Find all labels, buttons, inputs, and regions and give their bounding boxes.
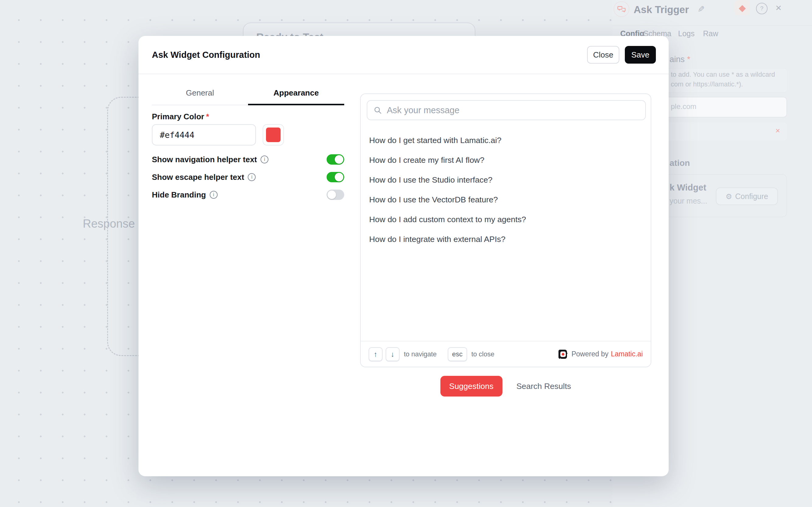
domain-input-placeholder-fragment: ple.com — [671, 102, 696, 111]
allowed-domains-label-fragment: ains* — [670, 55, 690, 64]
toggle-row-hide-branding: Hide Branding — [152, 189, 344, 201]
lamatic-brand-link[interactable]: Lamatic.ai — [611, 350, 643, 358]
suggestion-item[interactable]: How do I use the Studio interface? — [361, 170, 651, 190]
toggle-knob — [328, 190, 336, 199]
sidebar-tab-raw[interactable]: Raw — [703, 29, 718, 38]
primary-color-label: Primary Color* — [152, 112, 209, 121]
ask-widget-card-title-fragment: k Widget — [670, 183, 706, 192]
help-icon[interactable] — [756, 3, 767, 14]
gear-icon — [726, 192, 732, 201]
powered-by-label: Powered by — [572, 350, 608, 358]
sidebar-close-icon[interactable] — [775, 2, 781, 14]
preview-footer: to navigate esc to close Powered by Lama… — [361, 341, 651, 367]
toggle-label: Hide Branding — [152, 190, 206, 200]
customization-section-fragment: ation — [670, 158, 690, 168]
primary-color-input[interactable] — [152, 124, 256, 146]
sidebar-title: Ask Trigger — [634, 4, 689, 15]
suggestion-item[interactable]: How do I add custom context to my agents… — [361, 210, 651, 229]
response-node-label: Response — [83, 217, 135, 230]
chat-bubbles-icon — [617, 5, 626, 13]
ask-widget-configuration-modal: Ask Widget Configuration Close Save Gene… — [138, 36, 669, 476]
suggestions-tab-button[interactable]: Suggestions — [441, 376, 503, 397]
required-asterisk: * — [687, 55, 691, 64]
info-icon[interactable] — [260, 156, 269, 163]
navigation-helper-toggle[interactable] — [327, 154, 344, 165]
toggle-label: Show navigation helper text — [152, 155, 257, 164]
sidebar-divider — [612, 25, 812, 26]
remove-domain-icon[interactable] — [775, 126, 780, 135]
toggle-knob — [335, 155, 343, 164]
tab-appearance[interactable]: Appearance — [248, 86, 344, 105]
toggle-row-navigation-helper: Show navigation helper text — [152, 153, 344, 166]
ask-search-box[interactable] — [367, 100, 646, 120]
domains-help-text-line2: com or https://lamatic.*). — [671, 80, 743, 88]
esc-key[interactable]: esc — [448, 347, 467, 361]
color-picker-button[interactable] — [263, 124, 284, 146]
info-icon[interactable] — [248, 173, 256, 181]
required-asterisk: * — [206, 112, 209, 121]
widget-preview: How do I get started with Lamatic.ai? Ho… — [360, 94, 651, 367]
ask-widget-card-subtitle-fragment: your mes... — [670, 196, 707, 206]
domain-chip-row — [654, 122, 787, 140]
tab-general[interactable]: General — [152, 86, 248, 105]
arrow-down-key[interactable] — [386, 347, 400, 361]
configure-button-label: Configure — [735, 192, 768, 201]
modal-tabs: General Appearance — [152, 86, 344, 105]
suggestion-item[interactable]: How do I use the VectorDB feature? — [361, 190, 651, 210]
toggle-label: Show escape helper text — [152, 173, 244, 182]
save-button[interactable]: Save — [625, 46, 656, 64]
color-swatch — [266, 127, 281, 142]
search-icon — [373, 106, 382, 114]
sidebar-tab-logs[interactable]: Logs — [678, 29, 695, 38]
toggle-row-escape-helper: Show escape helper text — [152, 171, 344, 183]
node-color-badge — [735, 0, 750, 15]
hide-branding-toggle[interactable] — [327, 189, 344, 200]
navigate-hint: to navigate — [404, 350, 437, 358]
modal-title: Ask Widget Configuration — [152, 50, 260, 60]
escape-helper-toggle[interactable] — [327, 172, 344, 182]
modal-header: Ask Widget Configuration Close Save — [138, 36, 669, 74]
arrow-up-key[interactable] — [368, 347, 383, 361]
suggestion-list: How do I get started with Lamatic.ai? Ho… — [361, 130, 651, 249]
configure-button[interactable]: Configure — [716, 187, 778, 205]
preview-mode-tabs: Suggestions Search Results — [360, 376, 651, 397]
close-button[interactable]: Close — [587, 46, 619, 64]
ask-trigger-avatar — [614, 1, 629, 17]
search-results-tab[interactable]: Search Results — [517, 382, 571, 391]
ask-message-input[interactable] — [386, 105, 639, 116]
suggestion-item[interactable]: How do I get started with Lamatic.ai? — [361, 130, 651, 150]
toggle-knob — [335, 173, 343, 181]
domains-help-text-line1: to add. You can use * as a wildcard — [671, 71, 775, 78]
info-icon[interactable] — [210, 191, 218, 199]
flow-editor-screen: Ready to Test Response Ask Trigger Confi… — [0, 0, 812, 507]
close-hint: to close — [471, 350, 495, 358]
edit-title-icon[interactable] — [698, 4, 705, 14]
suggestion-item[interactable]: How do I integrate with external APIs? — [361, 229, 651, 249]
lamatic-logo-icon — [558, 349, 568, 359]
suggestion-item[interactable]: How do I create my first AI flow? — [361, 150, 651, 170]
